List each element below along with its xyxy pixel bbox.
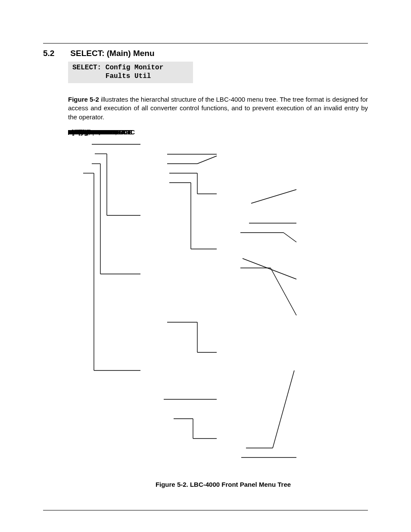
menu-tree-diagram: SELECT: Config Monitor Faults Util CONFI… <box>68 129 378 478</box>
diagram-connectors <box>68 129 378 478</box>
svg-line-30 <box>283 233 296 242</box>
figure-caption: Figure 5-2. LBC-4000 Front Panel Menu Tr… <box>68 481 378 488</box>
rule-top <box>43 43 368 44</box>
section-heading: 5.2 SELECT: (Main) Menu <box>43 49 368 58</box>
svg-line-35 <box>273 370 294 448</box>
page: 5.2 SELECT: (Main) Menu SELECT: Config M… <box>0 0 411 532</box>
rule-bottom <box>43 510 368 510</box>
intro-paragraph: Figure 5-2 illustrates the hierarchal st… <box>68 95 368 121</box>
svg-line-27 <box>251 190 296 203</box>
time-item: 000-999m <box>68 129 95 135</box>
lcd-display: SELECT: Config Monitor Faults Util <box>68 62 193 83</box>
svg-line-31 <box>243 258 296 279</box>
svg-line-33 <box>271 268 296 315</box>
section-number: 5.2 <box>43 49 68 58</box>
svg-line-12 <box>197 156 217 164</box>
section-title: SELECT: (Main) Menu <box>70 49 154 58</box>
figure-ref: Figure 5-2 <box>68 96 99 103</box>
